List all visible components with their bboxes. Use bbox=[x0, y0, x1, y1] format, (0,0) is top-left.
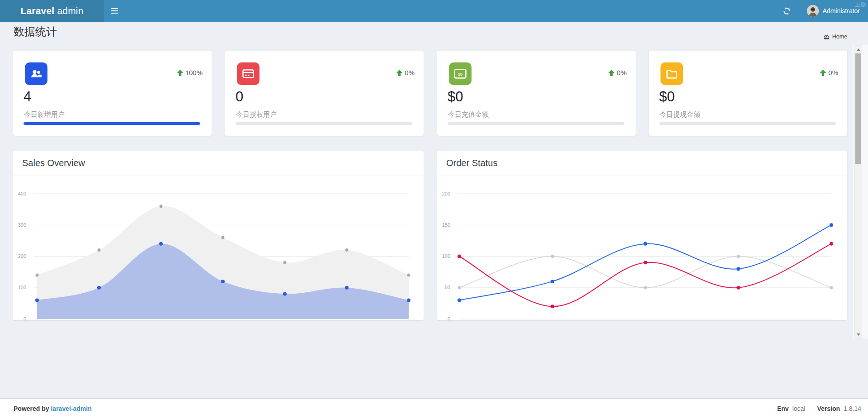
sidebar-toggle-button[interactable] bbox=[104, 0, 125, 22]
progress-track bbox=[659, 122, 836, 125]
trend-up-icon bbox=[177, 70, 183, 76]
users-icon bbox=[25, 62, 47, 85]
order-status-card: Order Status 200150100500 bbox=[437, 151, 847, 320]
trend-badge: 0% bbox=[609, 69, 627, 76]
trend-value: 100% bbox=[185, 69, 203, 76]
stat-label: 今日授权用户 bbox=[236, 110, 277, 119]
stat-label: 今日新增用户 bbox=[24, 110, 65, 119]
brand-bold: Laravel bbox=[20, 5, 54, 16]
refresh-button[interactable] bbox=[780, 0, 793, 22]
laravel-admin-link[interactable]: laravel-admin bbox=[51, 405, 91, 412]
version-label: Version bbox=[817, 405, 840, 412]
folder-icon bbox=[660, 62, 683, 85]
svg-text:0: 0 bbox=[448, 316, 450, 321]
stat-label: 今日提现金额 bbox=[660, 110, 700, 119]
credit-card-icon bbox=[237, 62, 259, 85]
stat-value: 4 bbox=[24, 89, 31, 105]
user-menu[interactable]: Administrator bbox=[805, 0, 862, 22]
vertical-scrollbar[interactable] bbox=[854, 45, 862, 338]
brand-rest: admin bbox=[54, 5, 83, 16]
version-value: 1.8.14 bbox=[844, 405, 861, 412]
sales-overview-card: Sales Overview 4003002001000 bbox=[13, 151, 424, 320]
brand-logo[interactable]: Laravel admin bbox=[0, 0, 104, 22]
dashboard-icon bbox=[823, 34, 830, 40]
hamburger-icon bbox=[111, 8, 118, 14]
stat-card-auth-users: 0% 0 今日授权用户 bbox=[225, 51, 424, 136]
chart-title: Sales Overview bbox=[22, 158, 85, 168]
content-area: 数据统计 Home 100% 4 今日新增用户 bbox=[0, 22, 868, 398]
progress-track bbox=[24, 122, 200, 125]
trend-up-icon bbox=[609, 70, 614, 76]
stat-value: 0 bbox=[236, 89, 243, 105]
trend-up-icon bbox=[820, 70, 826, 76]
svg-text:150: 150 bbox=[442, 222, 450, 228]
svg-text:100: 100 bbox=[442, 253, 450, 259]
svg-text:400: 400 bbox=[18, 191, 26, 196]
svg-text:200: 200 bbox=[18, 253, 26, 259]
breadcrumb[interactable]: Home bbox=[823, 33, 847, 40]
top-navbar: Laravel admin Administrator bbox=[0, 0, 868, 22]
footer: Powered by laravel-admin Env local Versi… bbox=[0, 398, 868, 419]
stat-label: 今日充值金额 bbox=[448, 110, 489, 119]
trend-badge: 0% bbox=[820, 69, 838, 76]
avatar bbox=[807, 5, 819, 17]
progress-track bbox=[236, 122, 412, 125]
svg-text:0: 0 bbox=[24, 316, 26, 321]
trend-value: 0% bbox=[405, 69, 415, 76]
env-label: Env bbox=[777, 405, 789, 412]
svg-text:300: 300 bbox=[18, 222, 26, 228]
trend-up-icon bbox=[396, 70, 402, 76]
scrollbar-thumb[interactable] bbox=[855, 53, 861, 164]
svg-text:10: 10 bbox=[458, 72, 462, 76]
svg-text:200: 200 bbox=[442, 191, 450, 196]
scrollbar-down-arrow[interactable] bbox=[855, 331, 862, 338]
svg-text:100: 100 bbox=[18, 285, 26, 290]
trend-badge: 0% bbox=[396, 69, 415, 76]
scroll-gutter bbox=[853, 45, 868, 338]
svg-text:50: 50 bbox=[445, 285, 450, 290]
powered-by-label: Powered by bbox=[14, 405, 49, 412]
breadcrumb-home[interactable]: Home bbox=[832, 33, 847, 40]
chart-header: Order Status bbox=[437, 151, 847, 176]
stat-card-withdraw: 0% $0 今日提现金额 bbox=[649, 51, 847, 136]
stat-card-recharge: 10 0% $0 今日充值金额 bbox=[437, 51, 636, 136]
sales-chart-svg: 4003002001000 bbox=[18, 176, 415, 320]
progress-track bbox=[448, 122, 624, 125]
stat-value: $0 bbox=[448, 89, 463, 105]
scrollbar-up-arrow[interactable] bbox=[855, 46, 862, 52]
trend-value: 0% bbox=[828, 69, 838, 76]
refresh-icon bbox=[783, 7, 791, 15]
env-value: local bbox=[793, 405, 806, 412]
chart-header: Sales Overview bbox=[13, 151, 424, 176]
page-title: 数据统计 bbox=[14, 24, 57, 39]
navbar-right: Administrator bbox=[780, 0, 862, 22]
username: Administrator bbox=[823, 7, 860, 14]
stat-card-new-users: 100% 4 今日新增用户 bbox=[13, 51, 212, 136]
order-chart-svg: 200150100500 bbox=[442, 176, 838, 320]
banknote-icon: 10 bbox=[449, 62, 472, 85]
stat-value: $0 bbox=[659, 89, 675, 105]
chart-title: Order Status bbox=[446, 158, 497, 168]
trend-value: 0% bbox=[617, 69, 627, 76]
progress-fill bbox=[24, 122, 200, 125]
trend-badge: 100% bbox=[177, 69, 203, 76]
